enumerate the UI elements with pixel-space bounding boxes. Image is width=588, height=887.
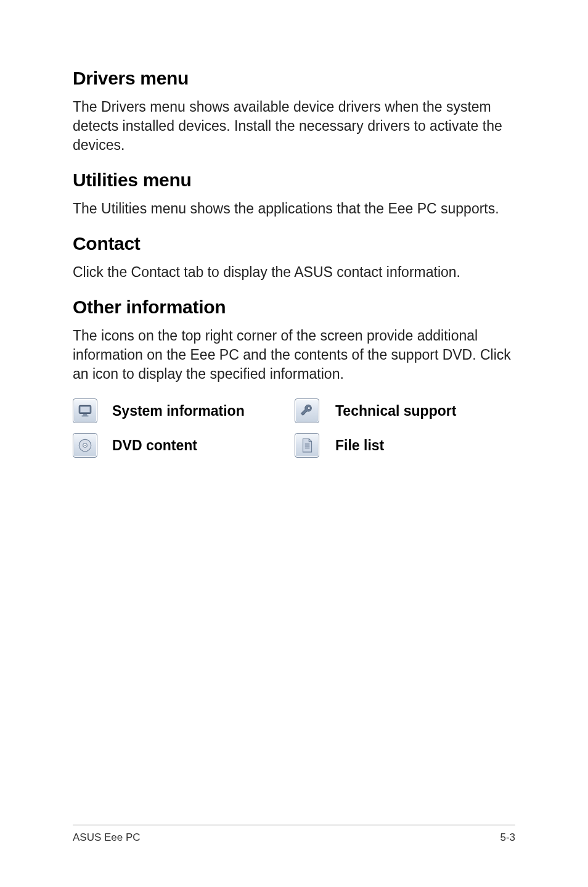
- svg-rect-2: [83, 415, 88, 416]
- paragraph-utilities-menu: The Utilities menu shows the application…: [73, 199, 515, 218]
- page-footer: ASUS Eee PC 5-3: [73, 825, 515, 844]
- disc-icon: [77, 437, 93, 453]
- section-other-information: Other information The icons on the top r…: [73, 297, 515, 458]
- heading-drivers-menu: Drivers menu: [73, 68, 515, 89]
- section-contact: Contact Click the Contact tab to display…: [73, 233, 515, 282]
- svg-point-6: [84, 445, 86, 446]
- paragraph-drivers-menu: The Drivers menu shows available device …: [73, 97, 515, 155]
- heading-other-information: Other information: [73, 297, 515, 318]
- footer-product-name: ASUS Eee PC: [73, 831, 141, 844]
- info-icons-grid: System information Technical support DVD…: [73, 398, 515, 458]
- section-utilities-menu: Utilities menu The Utilities menu shows …: [73, 170, 515, 218]
- heading-contact: Contact: [73, 233, 515, 254]
- dvd-content-label: DVD content: [112, 437, 285, 454]
- section-drivers-menu: Drivers menu The Drivers menu shows avai…: [73, 68, 515, 155]
- document-icon: [299, 437, 315, 453]
- paragraph-contact: Click the Contact tab to display the ASU…: [73, 263, 515, 282]
- wrench-icon: [299, 403, 315, 419]
- svg-rect-3: [82, 416, 89, 417]
- technical-support-label: Technical support: [335, 403, 515, 419]
- file-list-label: File list: [335, 437, 515, 454]
- heading-utilities-menu: Utilities menu: [73, 170, 515, 191]
- system-information-icon: [73, 398, 97, 423]
- computer-icon: [77, 403, 93, 419]
- paragraph-other-information: The icons on the top right corner of the…: [73, 326, 515, 384]
- page-content: Drivers menu The Drivers menu shows avai…: [0, 0, 588, 458]
- system-information-label: System information: [112, 403, 285, 419]
- dvd-content-icon: [73, 433, 97, 458]
- file-list-icon: [295, 433, 319, 458]
- footer-page-number: 5-3: [500, 831, 515, 844]
- technical-support-icon: [295, 398, 319, 423]
- svg-rect-1: [80, 407, 89, 413]
